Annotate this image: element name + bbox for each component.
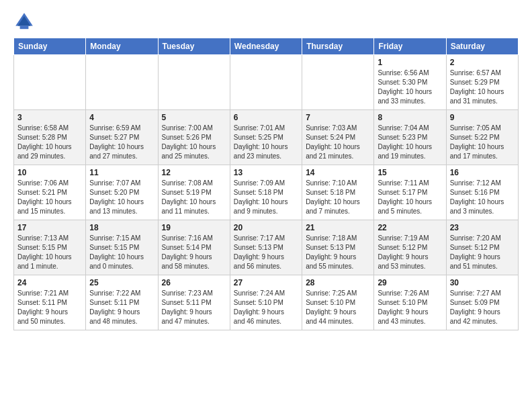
day-info: Sunrise: 7:25 AMSunset: 5:10 PMDaylight:…: [306, 289, 370, 326]
col-header-sunday: Sunday: [14, 38, 86, 55]
day-info: Sunrise: 7:01 AMSunset: 5:25 PMDaylight:…: [234, 124, 298, 161]
day-cell: 18Sunrise: 7:15 AMSunset: 5:15 PMDayligh…: [86, 220, 158, 275]
col-header-friday: Friday: [374, 38, 446, 55]
day-number: 6: [234, 113, 298, 122]
day-info: Sunrise: 7:00 AMSunset: 5:26 PMDaylight:…: [162, 124, 226, 161]
day-cell: 14Sunrise: 7:10 AMSunset: 5:18 PMDayligh…: [302, 165, 374, 220]
day-info: Sunrise: 6:56 AMSunset: 5:30 PMDaylight:…: [378, 68, 442, 106]
week-row-4: 17Sunrise: 7:13 AMSunset: 5:15 PMDayligh…: [14, 220, 519, 275]
day-number: 28: [306, 278, 370, 287]
day-cell: [14, 55, 86, 110]
day-cell: 4Sunrise: 6:59 AMSunset: 5:27 PMDaylight…: [86, 110, 158, 165]
day-cell: 8Sunrise: 7:04 AMSunset: 5:23 PMDaylight…: [374, 110, 446, 165]
col-header-wednesday: Wednesday: [230, 38, 302, 55]
day-cell: 7Sunrise: 7:03 AMSunset: 5:24 PMDaylight…: [302, 110, 374, 165]
day-cell: 19Sunrise: 7:16 AMSunset: 5:14 PMDayligh…: [158, 220, 230, 275]
day-number: 14: [306, 168, 370, 177]
day-info: Sunrise: 7:12 AMSunset: 5:16 PMDaylight:…: [450, 179, 515, 216]
day-number: 2: [450, 58, 515, 67]
day-cell: 30Sunrise: 7:27 AMSunset: 5:09 PMDayligh…: [446, 275, 518, 330]
day-number: 27: [234, 278, 298, 287]
day-number: 20: [234, 223, 298, 232]
day-info: Sunrise: 7:16 AMSunset: 5:14 PMDaylight:…: [162, 234, 226, 271]
page: SundayMondayTuesdayWednesdayThursdayFrid…: [0, 0, 532, 341]
day-cell: 12Sunrise: 7:08 AMSunset: 5:19 PMDayligh…: [158, 165, 230, 220]
day-cell: [158, 55, 230, 110]
day-cell: 26Sunrise: 7:23 AMSunset: 5:11 PMDayligh…: [158, 275, 230, 330]
day-info: Sunrise: 7:27 AMSunset: 5:09 PMDaylight:…: [450, 289, 515, 326]
day-cell: 2Sunrise: 6:57 AMSunset: 5:29 PMDaylight…: [446, 55, 518, 110]
week-row-5: 24Sunrise: 7:21 AMSunset: 5:11 PMDayligh…: [14, 275, 519, 330]
day-cell: 13Sunrise: 7:09 AMSunset: 5:18 PMDayligh…: [230, 165, 302, 220]
day-number: 4: [89, 113, 154, 122]
day-cell: 11Sunrise: 7:07 AMSunset: 5:20 PMDayligh…: [86, 165, 158, 220]
day-info: Sunrise: 7:05 AMSunset: 5:22 PMDaylight:…: [450, 124, 515, 161]
day-info: Sunrise: 7:17 AMSunset: 5:13 PMDaylight:…: [234, 234, 298, 271]
day-number: 18: [89, 223, 154, 232]
day-info: Sunrise: 7:13 AMSunset: 5:15 PMDaylight:…: [17, 234, 82, 271]
day-number: 19: [162, 223, 226, 232]
day-cell: 15Sunrise: 7:11 AMSunset: 5:17 PMDayligh…: [374, 165, 446, 220]
day-number: 24: [17, 278, 82, 287]
day-info: Sunrise: 7:20 AMSunset: 5:12 PMDaylight:…: [450, 234, 515, 271]
day-number: 8: [378, 113, 442, 122]
day-cell: 17Sunrise: 7:13 AMSunset: 5:15 PMDayligh…: [14, 220, 86, 275]
day-cell: 9Sunrise: 7:05 AMSunset: 5:22 PMDaylight…: [446, 110, 518, 165]
day-info: Sunrise: 7:11 AMSunset: 5:17 PMDaylight:…: [378, 179, 442, 216]
week-row-2: 3Sunrise: 6:58 AMSunset: 5:28 PMDaylight…: [14, 110, 519, 165]
day-number: 17: [17, 223, 82, 232]
day-cell: [302, 55, 374, 110]
day-number: 9: [450, 113, 515, 122]
col-header-saturday: Saturday: [446, 38, 518, 55]
day-cell: 3Sunrise: 6:58 AMSunset: 5:28 PMDaylight…: [14, 110, 86, 165]
header: [13, 11, 519, 32]
day-info: Sunrise: 7:18 AMSunset: 5:13 PMDaylight:…: [306, 234, 370, 271]
day-cell: 25Sunrise: 7:22 AMSunset: 5:11 PMDayligh…: [86, 275, 158, 330]
day-info: Sunrise: 7:06 AMSunset: 5:21 PMDaylight:…: [17, 179, 82, 216]
day-number: 10: [17, 168, 82, 177]
day-cell: 29Sunrise: 7:26 AMSunset: 5:10 PMDayligh…: [374, 275, 446, 330]
day-number: 23: [450, 223, 515, 232]
header-row: SundayMondayTuesdayWednesdayThursdayFrid…: [14, 38, 519, 55]
day-cell: 16Sunrise: 7:12 AMSunset: 5:16 PMDayligh…: [446, 165, 518, 220]
day-info: Sunrise: 7:04 AMSunset: 5:23 PMDaylight:…: [378, 124, 442, 161]
day-info: Sunrise: 6:59 AMSunset: 5:27 PMDaylight:…: [89, 124, 154, 161]
day-cell: 1Sunrise: 6:56 AMSunset: 5:30 PMDaylight…: [374, 55, 446, 110]
day-cell: 23Sunrise: 7:20 AMSunset: 5:12 PMDayligh…: [446, 220, 518, 275]
day-cell: 6Sunrise: 7:01 AMSunset: 5:25 PMDaylight…: [230, 110, 302, 165]
logo: [13, 11, 38, 32]
day-cell: 24Sunrise: 7:21 AMSunset: 5:11 PMDayligh…: [14, 275, 86, 330]
day-cell: 28Sunrise: 7:25 AMSunset: 5:10 PMDayligh…: [302, 275, 374, 330]
calendar: SundayMondayTuesdayWednesdayThursdayFrid…: [13, 38, 519, 330]
day-cell: 10Sunrise: 7:06 AMSunset: 5:21 PMDayligh…: [14, 165, 86, 220]
day-number: 21: [306, 223, 370, 232]
day-number: 29: [378, 278, 442, 287]
week-row-1: 1Sunrise: 6:56 AMSunset: 5:30 PMDaylight…: [14, 55, 519, 110]
day-number: 26: [162, 278, 226, 287]
day-info: Sunrise: 7:24 AMSunset: 5:10 PMDaylight:…: [234, 289, 298, 326]
day-number: 3: [17, 113, 82, 122]
col-header-tuesday: Tuesday: [158, 38, 230, 55]
day-number: 7: [306, 113, 370, 122]
day-info: Sunrise: 7:10 AMSunset: 5:18 PMDaylight:…: [306, 179, 370, 216]
day-info: Sunrise: 7:08 AMSunset: 5:19 PMDaylight:…: [162, 179, 226, 216]
day-number: 12: [162, 168, 226, 177]
day-info: Sunrise: 7:09 AMSunset: 5:18 PMDaylight:…: [234, 179, 298, 216]
day-number: 16: [450, 168, 515, 177]
day-info: Sunrise: 7:19 AMSunset: 5:12 PMDaylight:…: [378, 234, 442, 271]
day-cell: 5Sunrise: 7:00 AMSunset: 5:26 PMDaylight…: [158, 110, 230, 165]
col-header-thursday: Thursday: [302, 38, 374, 55]
day-info: Sunrise: 7:23 AMSunset: 5:11 PMDaylight:…: [162, 289, 226, 326]
day-cell: 27Sunrise: 7:24 AMSunset: 5:10 PMDayligh…: [230, 275, 302, 330]
svg-rect-3: [20, 26, 29, 29]
day-number: 13: [234, 168, 298, 177]
day-info: Sunrise: 7:15 AMSunset: 5:15 PMDaylight:…: [89, 234, 154, 271]
day-info: Sunrise: 7:26 AMSunset: 5:10 PMDaylight:…: [378, 289, 442, 326]
day-info: Sunrise: 7:03 AMSunset: 5:24 PMDaylight:…: [306, 124, 370, 161]
day-number: 5: [162, 113, 226, 122]
day-info: Sunrise: 7:21 AMSunset: 5:11 PMDaylight:…: [17, 289, 82, 326]
day-cell: 21Sunrise: 7:18 AMSunset: 5:13 PMDayligh…: [302, 220, 374, 275]
day-cell: 22Sunrise: 7:19 AMSunset: 5:12 PMDayligh…: [374, 220, 446, 275]
day-number: 22: [378, 223, 442, 232]
day-cell: [86, 55, 158, 110]
